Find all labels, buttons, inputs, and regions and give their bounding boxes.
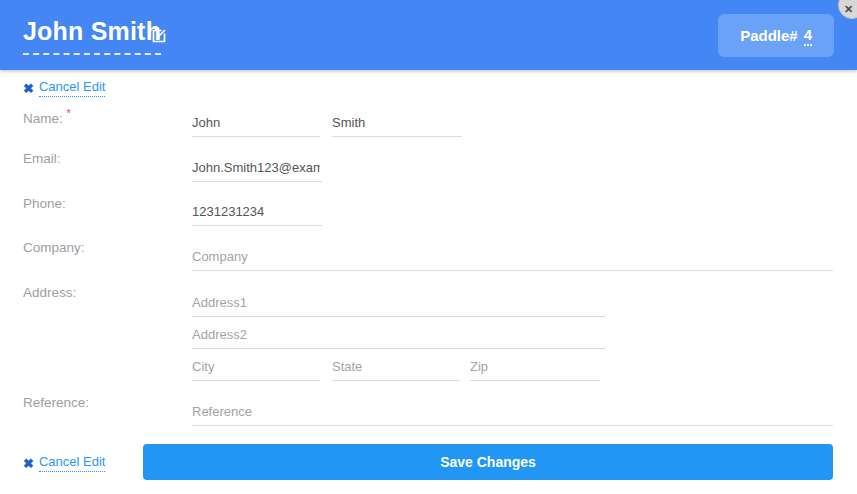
name-label-text: Name: <box>23 111 63 126</box>
phone-input[interactable] <box>192 196 322 226</box>
close-icon: ✕ <box>844 3 853 16</box>
edit-contact-panel: John Smith Paddle# 4 ✕ ✖ Cancel Edit Nam… <box>0 0 857 494</box>
cancel-x-icon: ✖ <box>23 81 34 96</box>
email-input[interactable] <box>192 152 322 182</box>
city-input[interactable] <box>192 351 320 381</box>
panel-header: John Smith Paddle# 4 <box>0 0 857 70</box>
phone-label: Phone: <box>23 196 66 211</box>
required-asterisk: * <box>67 107 71 119</box>
cancel-edit-label: Cancel Edit <box>39 79 105 97</box>
last-name-input[interactable] <box>332 107 462 137</box>
state-input[interactable] <box>332 351 460 381</box>
zip-input[interactable] <box>470 351 600 381</box>
cancel-edit-link-bottom[interactable]: ✖ Cancel Edit <box>23 454 105 472</box>
reference-label: Reference: <box>23 395 89 410</box>
save-changes-button[interactable]: Save Changes <box>143 444 833 480</box>
contact-name-title: John Smith <box>23 17 161 55</box>
cancel-edit-link-top[interactable]: ✖ Cancel Edit <box>23 79 105 97</box>
paddle-number-button[interactable]: Paddle# 4 <box>718 14 834 57</box>
address2-input[interactable] <box>192 319 605 349</box>
company-label: Company: <box>23 240 85 255</box>
cancel-edit-label: Cancel Edit <box>39 454 105 472</box>
paddle-number-value: 4 <box>804 26 812 46</box>
name-label: Name: * <box>23 107 71 126</box>
paddle-label: Paddle# <box>740 27 798 44</box>
address1-input[interactable] <box>192 287 605 317</box>
address-label: Address: <box>23 285 76 300</box>
edit-name-icon[interactable] <box>152 29 166 43</box>
first-name-input[interactable] <box>192 107 320 137</box>
email-label: Email: <box>23 151 61 166</box>
cancel-x-icon: ✖ <box>23 456 34 471</box>
reference-input[interactable] <box>192 396 833 426</box>
company-input[interactable] <box>192 241 833 271</box>
